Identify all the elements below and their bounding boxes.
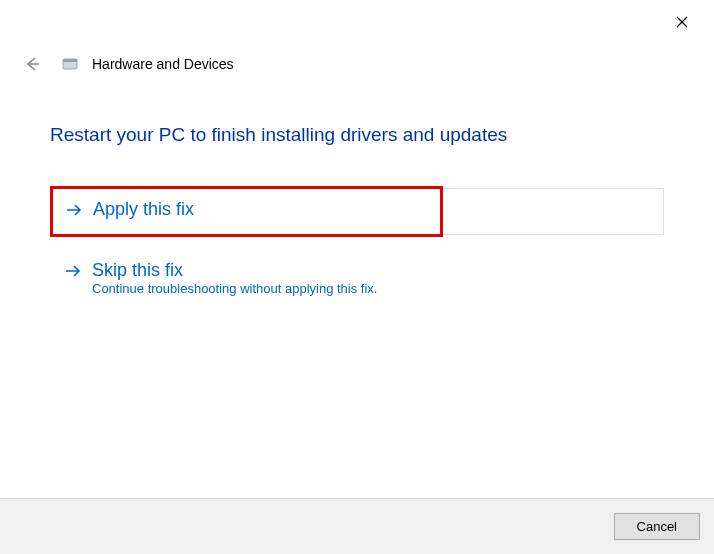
back-button (20, 52, 44, 76)
skip-fix-title: Skip this fix (92, 260, 183, 281)
options-list: Apply this fix Skip this fix Continue tr… (50, 186, 664, 310)
skip-fix-subtitle: Continue troubleshooting without applyin… (92, 281, 650, 296)
footer: Cancel (0, 498, 714, 554)
troubleshooter-icon (62, 56, 78, 72)
svg-rect-1 (63, 59, 77, 62)
skip-fix-option[interactable]: Skip this fix Continue troubleshooting w… (50, 247, 664, 310)
header: Hardware and Devices (0, 38, 714, 76)
back-arrow-icon (23, 55, 41, 73)
page-heading: Restart your PC to finish installing dri… (50, 124, 664, 146)
apply-fix-title: Apply this fix (93, 199, 194, 220)
arrow-right-icon (64, 262, 82, 280)
content-area: Restart your PC to finish installing dri… (0, 76, 714, 310)
cancel-button[interactable]: Cancel (614, 513, 700, 540)
window-title: Hardware and Devices (92, 56, 234, 72)
close-icon (676, 16, 688, 28)
close-button[interactable] (668, 10, 696, 36)
arrow-right-icon (65, 201, 83, 219)
apply-fix-option[interactable]: Apply this fix (50, 186, 664, 237)
